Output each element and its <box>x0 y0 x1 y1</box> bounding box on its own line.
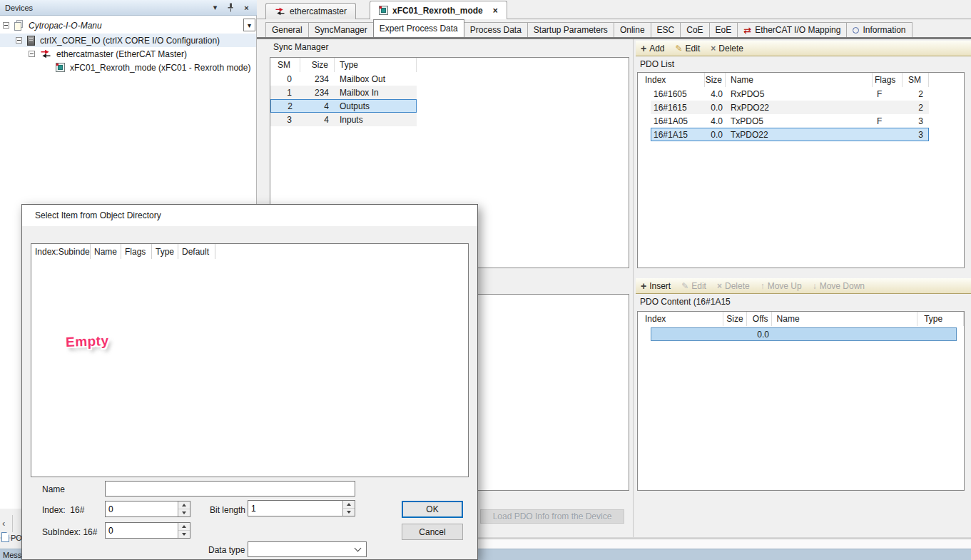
panel-menu-chevron-down-icon[interactable]: ▾ <box>210 3 220 12</box>
chevron-down-icon: ▾ <box>248 21 251 29</box>
table-row[interactable]: 16#1605 4.0 RxPDO5 F 2 <box>651 87 929 101</box>
stepper-down-icon[interactable] <box>178 509 190 516</box>
column-header-type[interactable]: Type <box>335 58 417 72</box>
data-type-select[interactable] <box>248 541 367 557</box>
subindex-field[interactable] <box>106 523 178 538</box>
edit-button[interactable]: ✎ Edit <box>676 44 701 54</box>
panel-pin-icon[interactable] <box>225 3 236 12</box>
column-header-filler <box>215 244 468 259</box>
tree-item-xfc01[interactable]: xFC01_Rexroth_mode (xFC01 - Rexroth mode… <box>0 61 256 74</box>
tab-general[interactable]: General <box>265 22 309 37</box>
name-field[interactable] <box>105 481 355 497</box>
column-header-default[interactable]: Default <box>178 244 215 259</box>
tab-information[interactable]: Information <box>846 22 912 37</box>
tree-item-core-io[interactable]: ctrlX_CORE_IO (ctrlX CORE I/O Configurat… <box>0 34 256 47</box>
tab-coe[interactable]: CoE <box>680 22 709 37</box>
column-header-sm[interactable]: SM <box>270 58 300 72</box>
pou-tab-label[interactable]: PO <box>11 534 22 542</box>
ok-button[interactable]: OK <box>402 501 463 518</box>
stepper-up-icon[interactable] <box>178 502 190 509</box>
pdo-list-label: PDO List <box>640 59 674 69</box>
tab-ethercat-io-mapping[interactable]: ⇄ EtherCAT I/O Mapping <box>737 22 847 37</box>
column-header-type[interactable]: Type <box>917 312 964 326</box>
delete-button[interactable]: × Delete <box>711 44 743 54</box>
ethercat-master-icon <box>275 7 285 16</box>
collapse-toggle-icon[interactable] <box>3 22 9 29</box>
tab-eoe[interactable]: EoE <box>709 22 738 37</box>
insert-button[interactable]: + Insert <box>641 281 671 291</box>
table-row-selected[interactable]: 16#1A15 0.0 TxPDO22 3 <box>651 128 929 141</box>
collapse-toggle-icon[interactable] <box>29 51 35 57</box>
pdo-list-toolbar: + Add ✎ Edit × Delete <box>636 41 971 56</box>
stepper-up-icon[interactable] <box>343 501 355 509</box>
tab-syncmanager[interactable]: SyncManager <box>308 22 374 37</box>
cancel-button[interactable]: Cancel <box>402 524 463 540</box>
doc-tab-xfc01-active[interactable]: xFC01_Rexroth_mode × <box>370 1 507 19</box>
bit-length-stepper[interactable] <box>248 500 355 516</box>
stepper-down-icon[interactable] <box>343 509 355 516</box>
column-header-size[interactable]: Size <box>705 73 726 87</box>
cell-size: 0.0 <box>705 130 726 140</box>
stepper-down-icon[interactable] <box>178 531 190 538</box>
move-down-button[interactable]: ↓ Move Down <box>813 281 865 291</box>
table-row[interactable]: 1 234 Mailbox In <box>270 86 417 99</box>
tab-process-data[interactable]: Process Data <box>464 22 528 37</box>
column-splitter[interactable] <box>633 39 634 537</box>
edit-button[interactable]: ✎ Edit <box>681 281 706 291</box>
column-header-name[interactable]: Name <box>772 312 918 326</box>
tab-online[interactable]: Online <box>614 22 651 37</box>
tab-close-icon[interactable]: × <box>493 6 498 16</box>
tab-startup-parameters[interactable]: Startup Parameters <box>527 22 614 37</box>
table-row-selected[interactable]: 0.0 <box>651 327 957 341</box>
load-pdo-info-button[interactable]: Load PDO Info from the Device <box>480 509 624 524</box>
table-row[interactable]: 16#1615 0.0 RxPDO22 2 <box>651 101 929 114</box>
stepper-up-icon[interactable] <box>178 523 190 531</box>
column-header-type[interactable]: Type <box>152 244 178 259</box>
button-label: Edit <box>686 44 701 54</box>
column-header-index[interactable]: Index <box>638 73 705 87</box>
column-header-flags[interactable]: Flags <box>873 73 903 87</box>
chevron-down-icon <box>355 545 362 552</box>
column-header-name[interactable]: Name <box>726 73 873 87</box>
column-header-size[interactable]: Size <box>723 312 747 326</box>
cell-type: Outputs <box>335 101 415 111</box>
cell-size: 234 <box>300 88 335 98</box>
name-label: Name <box>42 484 65 494</box>
column-header-index-subindex[interactable]: Index:Subindex <box>31 244 91 259</box>
add-button[interactable]: + Add <box>641 44 665 54</box>
panel-close-icon[interactable]: × <box>241 4 252 12</box>
tree-item-label: Cytropac-I-O-Manu <box>29 21 102 31</box>
tab-esc[interactable]: ESC <box>651 22 681 37</box>
table-row-selected[interactable]: 2 4 Outputs <box>270 99 417 113</box>
index-field[interactable] <box>106 502 178 516</box>
scroll-left-icon[interactable]: ‹ <box>2 518 5 529</box>
tree-item-label: xFC01_Rexroth_mode (xFC01 - Rexroth mode… <box>70 63 250 73</box>
column-header-name[interactable]: Name <box>91 244 121 259</box>
tree-dropdown-button[interactable]: ▾ <box>243 19 255 31</box>
object-directory-list: Index:Subindex Name Flags Type Default E… <box>31 243 469 477</box>
dialog-titlebar[interactable]: Select Item from Object Directory <box>22 205 477 226</box>
tab-label: Process Data <box>470 25 522 35</box>
tree-item-project[interactable]: Cytropac-I-O-Manu <box>0 19 256 32</box>
doc-tab-label: ethercatmaster <box>290 6 347 16</box>
column-header-flags[interactable]: Flags <box>121 244 152 259</box>
table-row[interactable]: 3 4 Inputs <box>270 113 417 126</box>
column-header-index[interactable]: Index <box>638 312 723 326</box>
collapse-toggle-icon[interactable] <box>16 37 22 44</box>
subindex-stepper[interactable] <box>105 522 190 539</box>
delete-button[interactable]: × Delete <box>717 281 750 291</box>
column-header-size[interactable]: Size <box>300 58 335 72</box>
column-header-sm[interactable]: SM <box>903 73 929 87</box>
index-stepper[interactable] <box>105 501 190 517</box>
table-row[interactable]: 16#1A05 4.0 TxPDO5 F 3 <box>651 114 929 128</box>
doc-tab-ethercatmaster[interactable]: ethercatmaster <box>265 3 356 19</box>
table-row[interactable]: 0 234 Mailbox Out <box>270 72 417 86</box>
mapping-arrows-icon: ⇄ <box>743 26 751 35</box>
pou-document-icon[interactable] <box>1 532 9 542</box>
move-up-button[interactable]: ↑ Move Up <box>761 281 802 291</box>
tab-expert-process-data[interactable]: Expert Process Data <box>373 19 464 37</box>
bit-length-field[interactable] <box>248 501 342 516</box>
tree-item-ethercatmaster[interactable]: ethercatmaster (EtherCAT Master) <box>0 47 256 61</box>
column-header-offs[interactable]: Offs <box>747 312 772 326</box>
slave-device-icon <box>379 6 388 15</box>
